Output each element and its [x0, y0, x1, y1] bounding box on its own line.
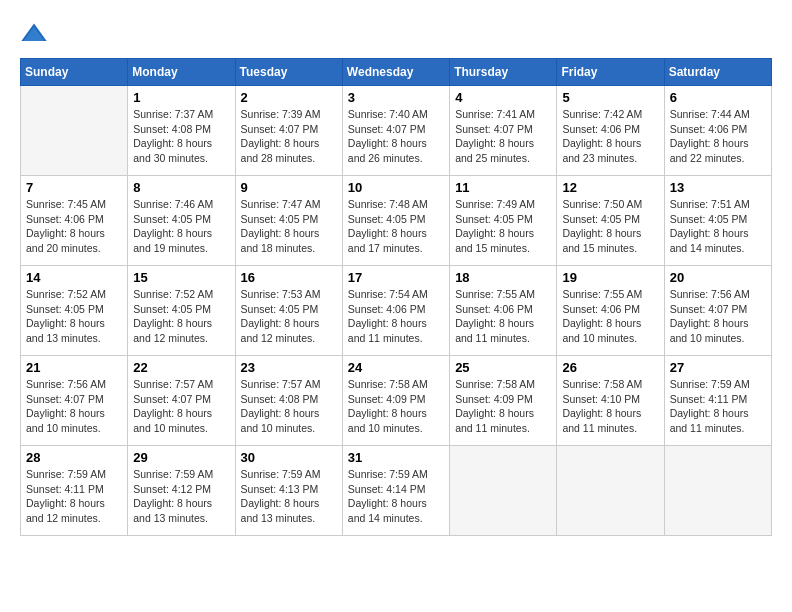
- day-cell: 21Sunrise: 7:56 AM Sunset: 4:07 PM Dayli…: [21, 356, 128, 446]
- day-info: Sunrise: 7:44 AM Sunset: 4:06 PM Dayligh…: [670, 107, 766, 166]
- day-cell: 25Sunrise: 7:58 AM Sunset: 4:09 PM Dayli…: [450, 356, 557, 446]
- day-number: 12: [562, 180, 658, 195]
- day-cell: 18Sunrise: 7:55 AM Sunset: 4:06 PM Dayli…: [450, 266, 557, 356]
- day-info: Sunrise: 7:58 AM Sunset: 4:10 PM Dayligh…: [562, 377, 658, 436]
- day-cell: [21, 86, 128, 176]
- week-row: 7Sunrise: 7:45 AM Sunset: 4:06 PM Daylig…: [21, 176, 772, 266]
- day-cell: 7Sunrise: 7:45 AM Sunset: 4:06 PM Daylig…: [21, 176, 128, 266]
- day-cell: 20Sunrise: 7:56 AM Sunset: 4:07 PM Dayli…: [664, 266, 771, 356]
- day-info: Sunrise: 7:52 AM Sunset: 4:05 PM Dayligh…: [133, 287, 229, 346]
- day-number: 25: [455, 360, 551, 375]
- day-number: 22: [133, 360, 229, 375]
- day-info: Sunrise: 7:55 AM Sunset: 4:06 PM Dayligh…: [562, 287, 658, 346]
- day-info: Sunrise: 7:45 AM Sunset: 4:06 PM Dayligh…: [26, 197, 122, 256]
- weekday-header: Friday: [557, 59, 664, 86]
- day-number: 24: [348, 360, 444, 375]
- day-number: 10: [348, 180, 444, 195]
- day-info: Sunrise: 7:57 AM Sunset: 4:07 PM Dayligh…: [133, 377, 229, 436]
- day-number: 17: [348, 270, 444, 285]
- day-number: 3: [348, 90, 444, 105]
- day-info: Sunrise: 7:59 AM Sunset: 4:11 PM Dayligh…: [26, 467, 122, 526]
- weekday-header-row: SundayMondayTuesdayWednesdayThursdayFrid…: [21, 59, 772, 86]
- day-cell: 2Sunrise: 7:39 AM Sunset: 4:07 PM Daylig…: [235, 86, 342, 176]
- day-info: Sunrise: 7:49 AM Sunset: 4:05 PM Dayligh…: [455, 197, 551, 256]
- day-cell: 31Sunrise: 7:59 AM Sunset: 4:14 PM Dayli…: [342, 446, 449, 536]
- day-cell: [557, 446, 664, 536]
- day-info: Sunrise: 7:41 AM Sunset: 4:07 PM Dayligh…: [455, 107, 551, 166]
- day-number: 11: [455, 180, 551, 195]
- day-cell: 6Sunrise: 7:44 AM Sunset: 4:06 PM Daylig…: [664, 86, 771, 176]
- day-number: 8: [133, 180, 229, 195]
- day-cell: 30Sunrise: 7:59 AM Sunset: 4:13 PM Dayli…: [235, 446, 342, 536]
- week-row: 14Sunrise: 7:52 AM Sunset: 4:05 PM Dayli…: [21, 266, 772, 356]
- day-number: 14: [26, 270, 122, 285]
- weekday-header: Monday: [128, 59, 235, 86]
- day-number: 7: [26, 180, 122, 195]
- day-cell: 28Sunrise: 7:59 AM Sunset: 4:11 PM Dayli…: [21, 446, 128, 536]
- day-number: 29: [133, 450, 229, 465]
- day-cell: 16Sunrise: 7:53 AM Sunset: 4:05 PM Dayli…: [235, 266, 342, 356]
- day-cell: [450, 446, 557, 536]
- weekday-header: Tuesday: [235, 59, 342, 86]
- day-info: Sunrise: 7:58 AM Sunset: 4:09 PM Dayligh…: [455, 377, 551, 436]
- day-info: Sunrise: 7:51 AM Sunset: 4:05 PM Dayligh…: [670, 197, 766, 256]
- day-info: Sunrise: 7:57 AM Sunset: 4:08 PM Dayligh…: [241, 377, 337, 436]
- day-cell: 10Sunrise: 7:48 AM Sunset: 4:05 PM Dayli…: [342, 176, 449, 266]
- day-cell: 26Sunrise: 7:58 AM Sunset: 4:10 PM Dayli…: [557, 356, 664, 446]
- week-row: 1Sunrise: 7:37 AM Sunset: 4:08 PM Daylig…: [21, 86, 772, 176]
- day-cell: 8Sunrise: 7:46 AM Sunset: 4:05 PM Daylig…: [128, 176, 235, 266]
- week-row: 21Sunrise: 7:56 AM Sunset: 4:07 PM Dayli…: [21, 356, 772, 446]
- day-info: Sunrise: 7:50 AM Sunset: 4:05 PM Dayligh…: [562, 197, 658, 256]
- day-number: 27: [670, 360, 766, 375]
- day-number: 13: [670, 180, 766, 195]
- day-number: 19: [562, 270, 658, 285]
- day-number: 18: [455, 270, 551, 285]
- day-info: Sunrise: 7:58 AM Sunset: 4:09 PM Dayligh…: [348, 377, 444, 436]
- day-cell: 19Sunrise: 7:55 AM Sunset: 4:06 PM Dayli…: [557, 266, 664, 356]
- calendar: SundayMondayTuesdayWednesdayThursdayFrid…: [20, 58, 772, 536]
- day-number: 20: [670, 270, 766, 285]
- day-number: 26: [562, 360, 658, 375]
- day-info: Sunrise: 7:59 AM Sunset: 4:12 PM Dayligh…: [133, 467, 229, 526]
- weekday-header: Saturday: [664, 59, 771, 86]
- logo-icon: [20, 20, 48, 48]
- day-cell: 23Sunrise: 7:57 AM Sunset: 4:08 PM Dayli…: [235, 356, 342, 446]
- day-number: 31: [348, 450, 444, 465]
- day-info: Sunrise: 7:52 AM Sunset: 4:05 PM Dayligh…: [26, 287, 122, 346]
- day-number: 21: [26, 360, 122, 375]
- weekday-header: Wednesday: [342, 59, 449, 86]
- day-info: Sunrise: 7:53 AM Sunset: 4:05 PM Dayligh…: [241, 287, 337, 346]
- day-cell: 22Sunrise: 7:57 AM Sunset: 4:07 PM Dayli…: [128, 356, 235, 446]
- day-info: Sunrise: 7:37 AM Sunset: 4:08 PM Dayligh…: [133, 107, 229, 166]
- day-cell: 27Sunrise: 7:59 AM Sunset: 4:11 PM Dayli…: [664, 356, 771, 446]
- page-header: [20, 20, 772, 48]
- day-info: Sunrise: 7:56 AM Sunset: 4:07 PM Dayligh…: [670, 287, 766, 346]
- day-info: Sunrise: 7:59 AM Sunset: 4:11 PM Dayligh…: [670, 377, 766, 436]
- day-info: Sunrise: 7:48 AM Sunset: 4:05 PM Dayligh…: [348, 197, 444, 256]
- day-cell: 3Sunrise: 7:40 AM Sunset: 4:07 PM Daylig…: [342, 86, 449, 176]
- day-cell: 13Sunrise: 7:51 AM Sunset: 4:05 PM Dayli…: [664, 176, 771, 266]
- day-number: 30: [241, 450, 337, 465]
- weekday-header: Thursday: [450, 59, 557, 86]
- day-cell: 11Sunrise: 7:49 AM Sunset: 4:05 PM Dayli…: [450, 176, 557, 266]
- day-number: 5: [562, 90, 658, 105]
- day-number: 23: [241, 360, 337, 375]
- day-number: 4: [455, 90, 551, 105]
- day-info: Sunrise: 7:54 AM Sunset: 4:06 PM Dayligh…: [348, 287, 444, 346]
- day-cell: 29Sunrise: 7:59 AM Sunset: 4:12 PM Dayli…: [128, 446, 235, 536]
- day-number: 1: [133, 90, 229, 105]
- day-info: Sunrise: 7:46 AM Sunset: 4:05 PM Dayligh…: [133, 197, 229, 256]
- day-info: Sunrise: 7:47 AM Sunset: 4:05 PM Dayligh…: [241, 197, 337, 256]
- day-info: Sunrise: 7:55 AM Sunset: 4:06 PM Dayligh…: [455, 287, 551, 346]
- day-cell: 12Sunrise: 7:50 AM Sunset: 4:05 PM Dayli…: [557, 176, 664, 266]
- day-cell: 15Sunrise: 7:52 AM Sunset: 4:05 PM Dayli…: [128, 266, 235, 356]
- day-cell: 17Sunrise: 7:54 AM Sunset: 4:06 PM Dayli…: [342, 266, 449, 356]
- day-cell: 24Sunrise: 7:58 AM Sunset: 4:09 PM Dayli…: [342, 356, 449, 446]
- logo: [20, 20, 52, 48]
- week-row: 28Sunrise: 7:59 AM Sunset: 4:11 PM Dayli…: [21, 446, 772, 536]
- day-info: Sunrise: 7:59 AM Sunset: 4:13 PM Dayligh…: [241, 467, 337, 526]
- day-number: 28: [26, 450, 122, 465]
- day-cell: 14Sunrise: 7:52 AM Sunset: 4:05 PM Dayli…: [21, 266, 128, 356]
- day-number: 2: [241, 90, 337, 105]
- day-number: 9: [241, 180, 337, 195]
